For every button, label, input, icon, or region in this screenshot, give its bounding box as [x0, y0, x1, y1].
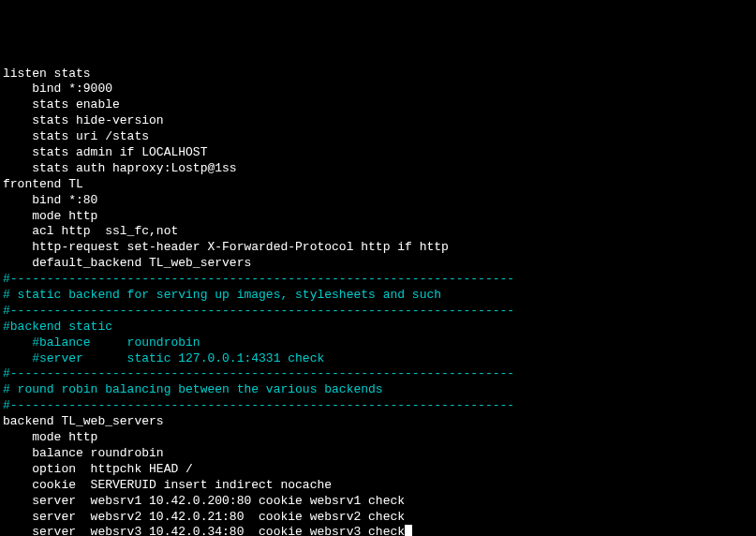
terminal-line: #---------------------------------------… — [3, 398, 753, 414]
terminal-line: server websrv1 10.42.0.200:80 cookie web… — [3, 494, 753, 510]
terminal-output[interactable]: listen stats bind *:9000 stats enable st… — [3, 67, 753, 536]
cursor-icon — [405, 525, 412, 536]
terminal-line: #balance roundrobin — [3, 335, 753, 351]
terminal-line: stats hide-version — [3, 113, 753, 129]
terminal-line: frontend TL — [3, 177, 753, 193]
terminal-line: stats uri /stats — [3, 129, 753, 145]
terminal-line: # static backend for serving up images, … — [3, 288, 753, 304]
terminal-line: stats admin if LOCALHOST — [3, 145, 753, 161]
terminal-line: acl http ssl_fc,not — [3, 224, 753, 240]
terminal-line: #---------------------------------------… — [3, 366, 753, 382]
terminal-line: mode http — [3, 430, 753, 446]
terminal-line: cookie SERVERUID insert indirect nocache — [3, 478, 753, 494]
terminal-line: server websrv2 10.42.0.21:80 cookie webs… — [3, 510, 753, 526]
terminal-line: stats enable — [3, 97, 753, 113]
terminal-line: #---------------------------------------… — [3, 304, 753, 320]
terminal-line: bind *:9000 — [3, 82, 753, 97]
terminal-line: bind *:80 — [3, 193, 753, 209]
terminal-line: backend TL_web_servers — [3, 414, 753, 430]
terminal-line: option httpchk HEAD / — [3, 462, 753, 478]
terminal-line: #server static 127.0.0.1:4331 check — [3, 351, 753, 367]
terminal-line: http-request set-header X-Forwarded-Prot… — [3, 240, 753, 256]
terminal-line: listen stats — [3, 67, 753, 82]
terminal-line: # round robin balancing between the vari… — [3, 382, 753, 398]
terminal-line: mode http — [3, 209, 753, 225]
terminal-line: #backend static — [3, 320, 753, 335]
terminal-line: server websrv3 10.42.0.34:80 cookie webs… — [3, 525, 753, 536]
terminal-line: stats auth haproxy:Lostp@1ss — [3, 161, 753, 177]
terminal-line: #---------------------------------------… — [3, 272, 753, 288]
terminal-line: default_backend TL_web_servers — [3, 256, 753, 272]
terminal-line: balance roundrobin — [3, 446, 753, 462]
